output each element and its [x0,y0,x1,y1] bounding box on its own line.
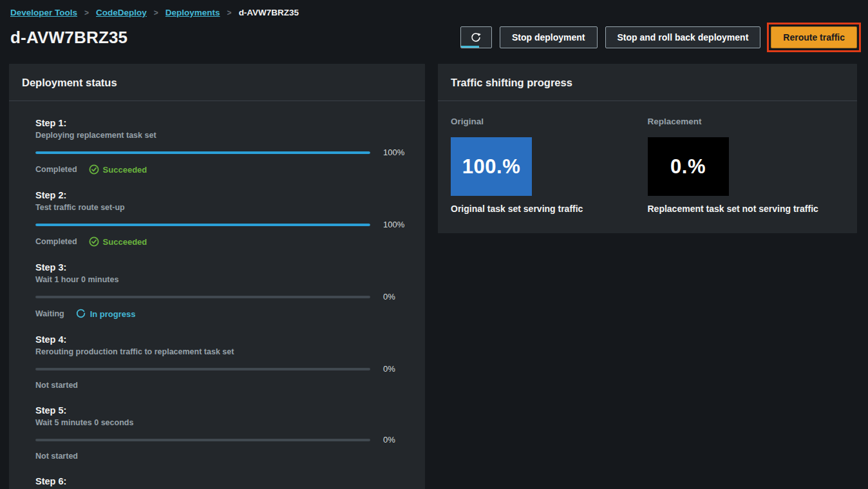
step-description: Rerouting production traffic to replacem… [35,347,410,356]
page-title: d-AVW7BRZ35 [10,28,127,48]
step-status-text: Completed [35,237,77,246]
progress-percent-label: 100% [383,220,406,229]
replacement-traffic-percentage: 0.% [670,155,706,178]
step-result-label: Succeeded [103,237,147,247]
replacement-label: Replacement [648,117,845,126]
original-traffic-tile: 100.% [451,137,532,196]
step-title: Step 2: [35,190,410,200]
step-result-badge: In progress [76,309,136,319]
deployment-step: Step 1: Deploying replacement task set 1… [35,118,410,175]
step-title: Step 3: [35,262,410,273]
breadcrumb-separator-icon: > [227,8,232,17]
success-check-circle-icon [89,164,99,175]
step-status-row: Completed Succeeded [35,236,410,247]
step-description: Test traffic route set-up [35,203,410,212]
original-traffic-caption: Original task set serving traffic [451,204,648,214]
breadcrumb-deployments[interactable]: Deployments [165,8,220,17]
step-result-badge: Succeeded [89,164,147,175]
deployment-status-panel: Deployment status Step 1: Deploying repl… [9,64,425,489]
deployment-step: Step 4: Rerouting production traffic to … [35,334,410,390]
deployment-step: Step 2: Test traffic route set-up 100% C… [35,190,410,247]
step-progress-row: 0% [35,364,410,374]
breadcrumb-codedeploy[interactable]: CodeDeploy [96,8,147,17]
step-status-text: Not started [35,452,78,461]
progress-bar [35,296,370,298]
progress-percent-label: 0% [383,435,406,445]
progress-bar [35,151,370,154]
reroute-traffic-button[interactable]: Reroute traffic [771,26,857,48]
step-status-text: Completed [35,165,77,174]
traffic-shifting-panel: Traffic shifting progress Original 100.%… [438,64,857,233]
step-status-row: Not started [35,381,410,390]
step-result-badge: Succeeded [89,236,147,247]
breadcrumb-developer-tools[interactable]: Developer Tools [10,8,77,17]
traffic-shifting-title: Traffic shifting progress [451,77,572,88]
breadcrumb-current-deployment: d-AVW7BRZ35 [239,8,299,17]
progress-percent-label: 0% [383,364,406,374]
main-content: Deployment status Step 1: Deploying repl… [0,48,868,489]
step-result-label: Succeeded [103,165,147,175]
step-status-row: Completed Succeeded [35,164,410,175]
deployment-step: Step 6: Terminate original task set 0% N… [35,476,410,489]
breadcrumb-separator-icon: > [84,8,89,17]
reroute-annotation-highlight: Reroute traffic [771,26,857,48]
progress-bar [35,224,370,226]
original-traffic-percentage: 100.% [462,155,520,178]
step-progress-row: 0% [35,435,410,445]
step-status-text: Not started [35,381,78,390]
traffic-shifting-header: Traffic shifting progress [438,64,857,101]
step-progress-row: 100% [35,220,410,229]
step-title: Step 1: [35,118,410,128]
breadcrumb: Developer Tools > CodeDeploy > Deploymen… [0,0,868,17]
replacement-traffic-column: Replacement 0.% Replacement task set not… [648,117,845,214]
breadcrumb-separator-icon: > [154,8,158,17]
page-header: d-AVW7BRZ35 Stop deployment Stop and rol… [0,17,868,48]
step-status-text: Waiting [35,309,64,318]
deployment-step: Step 5: Wait 5 minutes 0 seconds 0% Not … [35,405,410,461]
progress-percent-label: 100% [383,148,406,157]
deployment-status-header: Deployment status [9,64,425,101]
step-progress-row: 0% [35,292,410,302]
step-title: Step 5: [35,405,410,416]
step-progress-row: 100% [35,148,410,157]
step-description: Wait 5 minutes 0 seconds [35,418,410,427]
refresh-button[interactable] [460,26,492,48]
deployment-status-title: Deployment status [22,77,117,88]
traffic-shifting-body: Original 100.% Original task set serving… [438,101,857,233]
step-description: Wait 1 hour 0 minutes [35,275,410,284]
header-actions: Stop deployment Stop and roll back deplo… [460,26,857,48]
original-traffic-column: Original 100.% Original task set serving… [451,117,648,214]
refresh-loading-bar [461,46,479,48]
success-check-circle-icon [89,236,99,247]
progress-bar [35,368,370,370]
step-description: Deploying replacement task set [35,131,410,140]
replacement-traffic-tile: 0.% [648,137,729,196]
in-progress-spinner-icon [76,309,86,319]
step-title: Step 4: [35,334,410,345]
replacement-traffic-caption: Replacement task set not serving traffic [648,204,845,214]
step-result-label: In progress [90,309,136,319]
progress-percent-label: 0% [383,292,406,302]
progress-bar [35,439,370,441]
step-status-row: Not started [35,452,410,461]
refresh-icon [470,32,482,43]
stop-rollback-button[interactable]: Stop and roll back deployment [605,26,761,48]
step-status-row: Waiting In progress [35,309,410,319]
step-title: Step 6: [35,476,410,486]
original-label: Original [451,117,648,126]
stop-deployment-button[interactable]: Stop deployment [500,26,598,48]
deployment-steps-list: Step 1: Deploying replacement task set 1… [9,101,425,489]
deployment-step: Step 3: Wait 1 hour 0 minutes 0% Waiting [35,262,410,319]
